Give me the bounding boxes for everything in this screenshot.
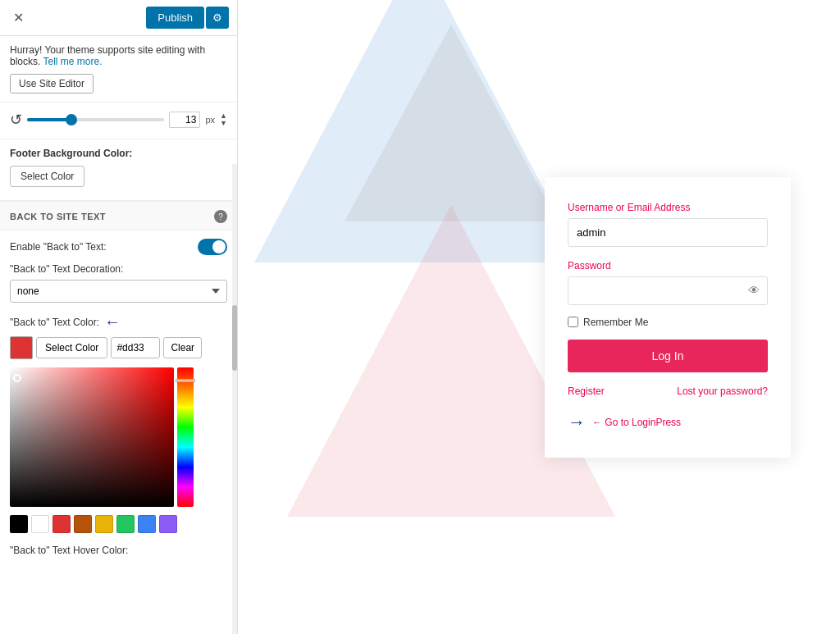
footer-bg-select-color-button[interactable]: Select Color bbox=[10, 166, 84, 187]
remember-me-label: Remember Me bbox=[583, 317, 648, 328]
username-input[interactable] bbox=[568, 218, 768, 247]
color-picker-row: Select Color Clear bbox=[10, 336, 227, 359]
gear-button[interactable]: ⚙ bbox=[206, 7, 229, 29]
enable-back-to-label: Enable "Back to" Text: bbox=[10, 241, 107, 253]
undo-button[interactable]: ↺ bbox=[10, 111, 22, 129]
swatch-red[interactable] bbox=[52, 515, 71, 533]
scroll-indicator[interactable] bbox=[232, 164, 237, 634]
swatch-green[interactable] bbox=[116, 515, 135, 533]
password-wrapper: 👁 bbox=[568, 276, 768, 305]
text-color-field: "Back to" Text Color: ← Select Color Cle… bbox=[10, 312, 227, 533]
back-to-site-section-header: BACK TO SITE TEXT ? bbox=[0, 201, 237, 230]
hover-color-label: "Back to" Text Hover Color: bbox=[10, 540, 227, 558]
hue-indicator bbox=[176, 379, 195, 382]
picker-circle bbox=[13, 374, 21, 382]
back-to-site-content: Enable "Back to" Text: "Back to" Text De… bbox=[0, 230, 237, 566]
triangle-gray bbox=[345, 25, 558, 221]
decoration-label: "Back to" Text Decoration: bbox=[10, 263, 227, 275]
arrow-annotation: ← bbox=[104, 312, 121, 331]
publish-button[interactable]: Publish bbox=[146, 7, 204, 29]
login-container: Username or Email Address Password 👁 Rem… bbox=[545, 177, 791, 458]
slider-down-button[interactable]: ▼ bbox=[220, 120, 227, 127]
enable-back-to-row: Enable "Back to" Text: bbox=[10, 239, 227, 255]
goto-arrow-icon: → bbox=[568, 412, 586, 433]
swatch-orange[interactable] bbox=[74, 515, 92, 533]
use-site-editor-button[interactable]: Use Site Editor bbox=[10, 74, 94, 94]
swatch-purple[interactable] bbox=[159, 515, 177, 533]
slider-section: ↺ 13 px ▲ ▼ bbox=[0, 103, 237, 139]
notice-box: Hurray! Your theme supports site editing… bbox=[0, 36, 237, 103]
eye-icon[interactable]: 👁 bbox=[748, 284, 760, 297]
select-color-button[interactable]: Select Color bbox=[36, 337, 107, 358]
swatch-black[interactable] bbox=[10, 515, 28, 533]
slider-fill bbox=[27, 118, 68, 121]
gradient-box[interactable] bbox=[10, 367, 174, 507]
decoration-select[interactable]: none underline overline line-through bbox=[10, 280, 227, 303]
register-link[interactable]: Register bbox=[568, 385, 605, 397]
slider-row: ↺ 13 px ▲ ▼ bbox=[10, 111, 227, 129]
footer-bg-color-section: Footer Background Color: Select Color bbox=[0, 139, 237, 201]
panel-content: ↺ 13 px ▲ ▼ Footer Background Color: Sel… bbox=[0, 103, 237, 634]
slider-value-input[interactable]: 13 bbox=[169, 112, 200, 128]
close-button[interactable]: ✕ bbox=[8, 8, 29, 27]
lost-password-link[interactable]: Lost your password? bbox=[677, 385, 768, 397]
goto-row: → ← Go to LoginPress bbox=[568, 408, 768, 433]
goto-loginpress-link[interactable]: ← Go to LoginPress bbox=[592, 417, 681, 428]
login-button[interactable]: Log In bbox=[568, 340, 768, 372]
preview-panel: Username or Email Address Password 👁 Rem… bbox=[238, 0, 840, 634]
remember-me-row: Remember Me bbox=[568, 317, 768, 328]
slider-arrows: ▲ ▼ bbox=[220, 112, 227, 127]
toggle-knob bbox=[212, 240, 226, 253]
tell-me-more-link[interactable]: Tell me more. bbox=[43, 56, 102, 67]
password-label: Password bbox=[568, 260, 768, 271]
panel-header: ✕ Publish ⚙ bbox=[0, 0, 237, 36]
scroll-thumb bbox=[232, 305, 237, 371]
color-swatch-red[interactable] bbox=[10, 336, 33, 359]
gradient-overlay bbox=[10, 367, 174, 507]
swatch-blue[interactable] bbox=[138, 515, 156, 533]
enable-back-to-toggle[interactable] bbox=[198, 239, 227, 255]
text-color-label: "Back to" Text Color: ← bbox=[10, 312, 227, 331]
swatch-yellow[interactable] bbox=[95, 515, 113, 533]
notice-text: Hurray! Your theme supports site editing… bbox=[10, 44, 205, 67]
slider-thumb bbox=[66, 114, 77, 125]
slider-unit: px bbox=[205, 115, 215, 125]
remember-me-checkbox[interactable] bbox=[568, 317, 578, 327]
back-to-site-title: BACK TO SITE TEXT bbox=[10, 212, 106, 221]
color-picker-canvas bbox=[10, 367, 227, 507]
clear-button[interactable]: Clear bbox=[163, 337, 202, 358]
swatch-row bbox=[10, 515, 227, 533]
hex-input[interactable] bbox=[111, 337, 160, 358]
footer-bg-color-label: Footer Background Color: bbox=[10, 148, 227, 159]
hue-bar[interactable] bbox=[177, 367, 194, 507]
publish-area: Publish ⚙ bbox=[146, 7, 229, 29]
customizer-panel: ✕ Publish ⚙ Hurray! Your theme supports … bbox=[0, 0, 238, 634]
help-icon[interactable]: ? bbox=[214, 210, 227, 223]
swatch-white[interactable] bbox=[31, 515, 49, 533]
slider-track[interactable] bbox=[27, 118, 164, 121]
password-input[interactable] bbox=[568, 276, 768, 305]
decoration-field: "Back to" Text Decoration: none underlin… bbox=[10, 263, 227, 312]
login-links: Register Lost your password? bbox=[568, 385, 768, 397]
username-label: Username or Email Address bbox=[568, 202, 768, 213]
